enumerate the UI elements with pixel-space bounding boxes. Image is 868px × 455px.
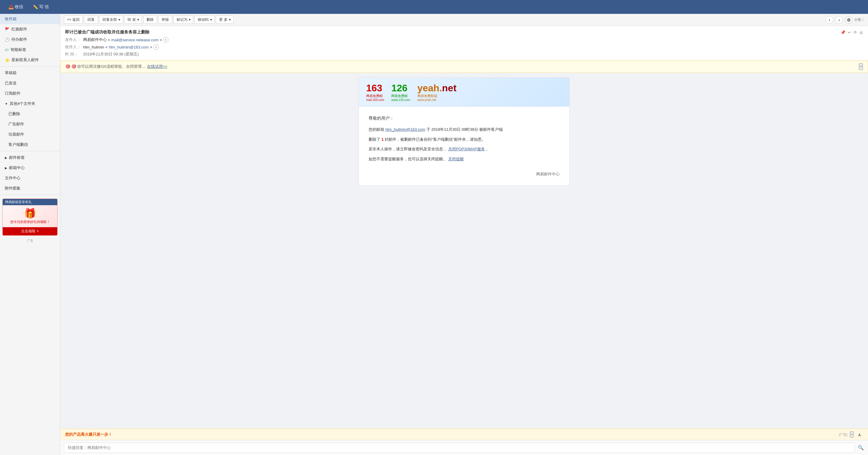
mark-button[interactable]: 标记为 ▼ <box>173 16 193 24</box>
sidebar-item-label: 附件图集 <box>5 186 21 191</box>
star-icon: ⭐ <box>5 58 10 62</box>
receive-button[interactable]: 📥 收信 <box>5 2 27 11</box>
sidebar-item-other-folders[interactable]: ▼ 其他4个文件夹 <box>0 99 60 109</box>
sidebar-item-label: 待办邮件 <box>11 37 27 42</box>
promo-box: 网易邮箱登录有礼 🎁 您今日的登录好礼待领取！ 点击领取 > <box>2 199 58 236</box>
email-address-link[interactable]: hlm_hulimin@163.com <box>385 127 425 132</box>
promo-banner-text: 🎯 🎯 你可以用泫微OA流程审批、合同管理.... 在线试用>> <box>65 64 167 69</box>
sidebar-item-label: 邮件标签 <box>9 155 25 160</box>
toolbar-right: ‹ › ⚙ 折叠△ <box>826 16 864 24</box>
content-area: << 返回 回复 回复全部 ▼ 转 发 ▼ 删除 举报 标记为 ▼ 移动到 <box>60 14 868 455</box>
email-para-2: 删除了 1 封邮件，被删邮件已备份到"客户端删信"邮件夹，请知悉。 <box>369 136 560 143</box>
email-toolbar: << 返回 回复 回复全部 ▼ 转 发 ▼ 删除 举报 标记为 ▼ 移动到 <box>60 14 868 26</box>
sidebar-item-label: 星标联系人邮件 <box>11 57 39 63</box>
report-button[interactable]: 举报 <box>158 16 172 24</box>
sidebar-divider-3 <box>0 195 60 195</box>
ad-close-button[interactable]: × <box>850 431 854 437</box>
email-para-3: 若非本人操作，请立即修改密码及安全信息， 关闭POP3/IMAP服务 。 <box>369 145 560 153</box>
top-bar: 📥 收信 ✏️ 写 信 <box>0 0 868 14</box>
sidebar-item-label: 草稿箱 <box>5 70 17 76</box>
compose-icon: ✏️ <box>33 4 38 9</box>
quick-reply-input[interactable] <box>64 443 855 453</box>
clock-icon: 🕐 <box>5 37 10 42</box>
ad-banner-text: 您的产品离火爆只差一步！ <box>65 432 112 437</box>
email-para-4: 如您不需要提醒服务，也可以选择关闭提醒。 关闭提醒 <box>369 156 560 163</box>
sidebar-item-trash[interactable]: 垃圾邮件 <box>0 129 60 139</box>
sidebar-item-deleted[interactable]: 已删除 <box>0 109 60 119</box>
email-card-header: 163 网易免费邮 mail.163.com 126 网易免费邮 www.126… <box>359 78 569 107</box>
email-body: 163 网易免费邮 mail.163.com 126 网易免费邮 www.126… <box>60 73 868 429</box>
sidebar-item-label: 垃圾邮件 <box>8 132 24 137</box>
more-chevron: ▼ <box>228 18 231 22</box>
email-subject-icons: 📌 ↩ ⟳ 🖨 <box>841 30 863 35</box>
time-value: 2018年11月30日 09:38 (星期五) <box>83 52 138 57</box>
sidebar-item-label: 订阅邮件 <box>5 91 21 96</box>
promo-banner-close-button[interactable]: × <box>859 63 863 70</box>
from-email-link[interactable]: mail@service.netease.com <box>112 38 158 42</box>
sidebar-item-attachment-gallery[interactable]: 附件图集 <box>0 183 60 193</box>
sidebar-item-client-deleted[interactable]: 客户端删信 <box>0 139 60 150</box>
sidebar-item-star-contacts[interactable]: ⭐ 星标联系人邮件 <box>0 55 60 65</box>
sidebar-item-ads[interactable]: 广告邮件 <box>0 119 60 129</box>
sidebar-item-subscriptions[interactable]: 订阅邮件 <box>0 88 60 99</box>
to-email-link[interactable]: hlm_hulimin@163.com <box>109 45 149 50</box>
brand-126: 126 网易免费邮 www.126.com <box>391 83 410 102</box>
brand-yeah: yeah . net 网易免费邮箱 www.yeah.net <box>417 83 457 102</box>
inbox-icon: 📥 <box>8 4 13 9</box>
print-icon: 🖨 <box>859 30 863 35</box>
reply-all-button[interactable]: 回复全部 ▼ <box>99 16 123 24</box>
forward-button[interactable]: 转 发 ▼ <box>124 16 142 24</box>
sidebar-item-label: 已删除 <box>8 111 20 117</box>
nav-prev-button[interactable]: ‹ <box>826 16 833 24</box>
delete-button[interactable]: 删除 <box>143 16 157 24</box>
compose-button[interactable]: ✏️ 写 信 <box>29 2 53 11</box>
close-reminder-link[interactable]: 关闭提醒 <box>448 157 464 161</box>
mark-chevron: ▼ <box>188 18 191 22</box>
brand-163: 163 网易免费邮 mail.163.com <box>366 83 384 102</box>
sidebar-item-label: 客户端删信 <box>8 142 28 148</box>
email-para-1: 您的邮箱 hlm_hulimin@163.com 于 2018年11月30日 0… <box>369 126 560 133</box>
ad-banner-right: [广告] × ▲ <box>839 431 863 438</box>
sidebar-item-flagged[interactable]: 🚩 红旗邮件 <box>0 24 60 34</box>
sidebar-item-label: 收件箱 <box>5 16 17 22</box>
promo-banner-link[interactable]: 在线试用>> <box>147 64 167 69</box>
promo-banner: 🎯 🎯 你可以用泫微OA流程审批、合同管理.... 在线试用>> × <box>60 61 868 73</box>
from-field: 发件人： 网易邮件中心 <mail@service.netease.com> + <box>65 36 863 43</box>
sidebar-item-smart-tag[interactable]: 🏷 智能标签 <box>0 44 60 55</box>
sidebar-item-pending[interactable]: 🕐 待办邮件 <box>0 34 60 44</box>
gift-icon: 🎁 <box>5 207 55 219</box>
scroll-top-button[interactable]: ▲ <box>856 431 863 438</box>
sidebar-item-file-center[interactable]: 文件中心 <box>0 173 60 183</box>
collapse-label: 折叠△ <box>855 18 864 22</box>
zoom-in-button[interactable]: 🔍 <box>857 444 864 451</box>
sidebar-item-label: 已发送 <box>5 80 17 86</box>
add-to-button[interactable]: + <box>153 44 159 50</box>
sidebar-item-drafts[interactable]: 草稿箱 <box>0 68 60 78</box>
more-button[interactable]: 更 多 ▼ <box>216 16 233 24</box>
settings-button[interactable]: ⚙ <box>845 16 852 24</box>
sidebar-item-sent[interactable]: 已发送 <box>0 78 60 88</box>
pin-icon: 📌 <box>841 30 845 35</box>
sidebar-item-label: 红旗邮件 <box>11 27 27 32</box>
back-button[interactable]: << 返回 <box>64 16 83 24</box>
tag-icon: 🏷 <box>5 47 9 52</box>
sidebar-item-label: 邮箱中心 <box>9 165 25 170</box>
sidebar-item-inbox[interactable]: 收件箱 <box>0 14 60 24</box>
ad-banner: 您的产品离火爆只差一步！ [广告] × ▲ <box>60 429 868 440</box>
sidebar-divider-2 <box>0 151 60 151</box>
sidebar-divider <box>0 66 60 67</box>
reply-button[interactable]: 回复 <box>84 16 98 24</box>
promo-claim-button[interactable]: 点击领取 > <box>3 227 57 235</box>
sidebar-item-mail-tags[interactable]: ▶ 邮件标签 <box>0 153 60 163</box>
email-card-body: 尊敬的用户： 您的邮箱 hlm_hulimin@163.com 于 2018年1… <box>359 107 569 185</box>
sidebar-item-label: 其他4个文件夹 <box>10 101 35 106</box>
email-subject: 即计已被合广端成功收取并任服务务容上删除 <box>65 30 841 35</box>
to-value: hlm_hulimin <hlm_hulimin@163.com> + <box>83 44 159 50</box>
move-button[interactable]: 移动到 ▼ <box>194 16 215 24</box>
close-pop3-link[interactable]: 关闭POP3/IMAP服务 <box>448 147 485 151</box>
flag-icon: 🚩 <box>5 27 10 32</box>
sidebar-item-mailbox-center[interactable]: ▶ 邮箱中心 <box>0 163 60 173</box>
nav-next-button[interactable]: › <box>835 16 843 24</box>
quick-reply-icons: 🔍 <box>857 444 864 451</box>
add-from-button[interactable]: + <box>163 37 168 42</box>
